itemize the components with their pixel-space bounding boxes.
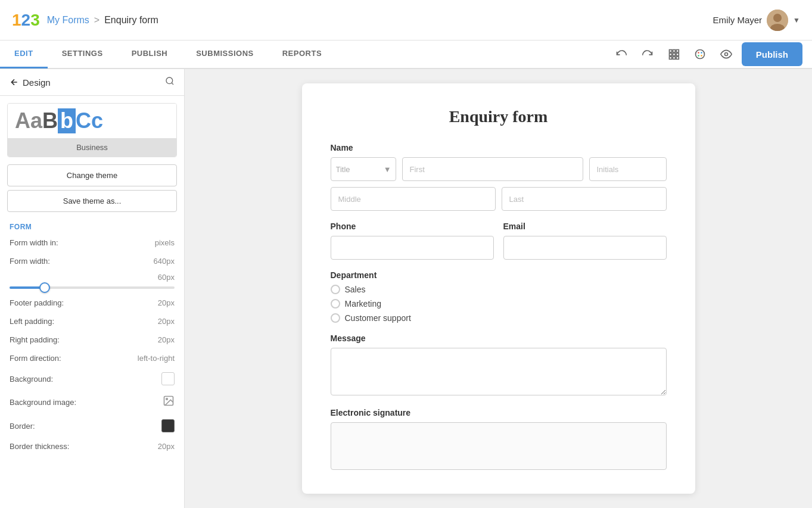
svg-rect-7 [673, 53, 675, 55]
title-select[interactable]: Title Mr Mrs Ms Dr [331, 157, 396, 181]
slider-value: 60px [158, 273, 175, 282]
form-section-label: FORM [0, 216, 184, 233]
nav-icons: Publish [611, 42, 812, 66]
prop-value: 20px [158, 298, 175, 307]
email-label: Email [503, 222, 667, 231]
radio-circle-customer-support [331, 313, 340, 323]
svg-point-20 [166, 398, 168, 400]
grid-button[interactable] [663, 43, 685, 65]
theme-preview: Aa B b Cc Business [7, 103, 177, 157]
field-group-email: Email [503, 222, 667, 260]
breadcrumb: My Forms > Enquiry form [47, 15, 158, 26]
tab-submissions[interactable]: SUBMISSIONS [182, 40, 268, 68]
header-left: 123 My Forms > Enquiry form [12, 11, 158, 30]
first-name-input[interactable] [402, 157, 583, 181]
middle-name-input[interactable] [331, 187, 496, 211]
tab-edit[interactable]: EDIT [0, 40, 48, 68]
slider-fill [10, 286, 42, 289]
back-button[interactable]: Design [10, 77, 51, 88]
svg-point-12 [695, 50, 704, 59]
phone-label: Phone [331, 222, 494, 231]
field-group-name: Name Title Mr Mrs Ms Dr ▼ [331, 143, 667, 211]
letter-b: B [42, 108, 58, 133]
signature-box[interactable] [331, 422, 667, 470]
redo-button[interactable] [637, 43, 658, 65]
radio-circle-marketing [331, 299, 340, 308]
svg-rect-11 [676, 57, 679, 59]
field-group-phone: Phone [331, 222, 494, 260]
prop-label: Footer padding: [10, 298, 64, 307]
search-icon[interactable] [165, 76, 175, 88]
prop-label: Border: [10, 422, 35, 431]
message-textarea[interactable] [331, 348, 667, 395]
background-color-swatch[interactable] [161, 372, 175, 385]
tab-settings[interactable]: SETTINGS [48, 40, 117, 68]
svg-rect-3 [669, 50, 671, 52]
slider-thumb[interactable] [39, 282, 50, 293]
name-row1: Title Mr Mrs Ms Dr ▼ [331, 157, 667, 181]
prop-background: Background: [0, 367, 184, 390]
last-name-input[interactable] [502, 187, 667, 211]
publish-button[interactable]: Publish [742, 42, 802, 66]
background-image-icon[interactable] [163, 395, 175, 410]
sidebar-header: Design [0, 69, 184, 96]
tab-reports[interactable]: REPORTS [268, 40, 336, 68]
email-input[interactable] [503, 236, 667, 260]
phone-input[interactable] [331, 236, 494, 260]
initials-input[interactable] [589, 157, 667, 181]
slider-container: 60px [0, 270, 184, 294]
user-dropdown-arrow[interactable]: ▼ [793, 16, 800, 24]
svg-point-17 [724, 53, 727, 56]
prop-label: Left padding: [10, 317, 54, 326]
radio-label-customer-support: Customer support [345, 313, 411, 323]
prop-label: Background image: [10, 398, 76, 407]
breadcrumb-my-forms[interactable]: My Forms [47, 15, 89, 26]
prop-value: 20px [158, 317, 175, 326]
prop-background-image: Background image: [0, 390, 184, 414]
user-name: Emily Mayer [713, 15, 763, 25]
title-select-wrapper[interactable]: Title Mr Mrs Ms Dr ▼ [331, 157, 396, 181]
top-header: 123 My Forms > Enquiry form Emily Mayer … [0, 0, 812, 40]
svg-rect-6 [669, 53, 671, 55]
prop-left-padding: Left padding: 20px [0, 312, 184, 331]
name-row2 [331, 187, 667, 211]
prop-value: 20px [158, 442, 175, 451]
tab-publish[interactable]: PUBLISH [117, 40, 182, 68]
message-label: Message [331, 334, 667, 343]
radio-sales[interactable]: Sales [331, 285, 667, 294]
prop-label: Form width in: [10, 238, 58, 247]
preview-button[interactable] [715, 43, 737, 65]
form-title: Enquiry form [331, 107, 667, 126]
content-area: Enquiry form Name Title Mr Mrs Ms Dr ▼ [185, 69, 812, 508]
letter-b-blue: b [58, 108, 76, 133]
palette-button[interactable] [689, 43, 711, 65]
change-theme-button[interactable]: Change theme [7, 164, 177, 186]
radio-marketing[interactable]: Marketing [331, 299, 667, 308]
svg-point-18 [166, 77, 173, 84]
form-card: Enquiry form Name Title Mr Mrs Ms Dr ▼ [302, 83, 695, 494]
border-color-swatch[interactable] [161, 419, 175, 432]
radio-customer-support[interactable]: Customer support [331, 313, 667, 323]
svg-point-16 [701, 55, 702, 57]
svg-rect-8 [676, 53, 679, 55]
svg-rect-10 [673, 57, 675, 59]
letter-aa: Aa [15, 108, 42, 133]
avatar[interactable] [767, 10, 788, 31]
radio-label-sales: Sales [345, 285, 366, 294]
signature-label: Electronic signature [331, 408, 667, 417]
department-label: Department [331, 270, 667, 280]
logo[interactable]: 123 [12, 11, 40, 30]
prop-value: left-to-right [138, 354, 175, 363]
undo-button[interactable] [611, 43, 632, 65]
radio-group-department: Sales Marketing Customer support [331, 285, 667, 323]
save-theme-button[interactable]: Save theme as... [7, 190, 177, 212]
prop-border: Border: [0, 414, 184, 437]
slider-track[interactable] [10, 286, 175, 289]
phone-email-row: Phone Email [331, 222, 667, 270]
prop-value: pixels [155, 238, 175, 247]
radio-label-marketing: Marketing [345, 299, 381, 308]
prop-footer-padding: Footer padding: 20px [0, 294, 184, 312]
theme-letters: Aa B b Cc [8, 104, 176, 138]
prop-form-width-in: Form width in: pixels [0, 233, 184, 252]
prop-right-padding: Right padding: 20px [0, 331, 184, 349]
